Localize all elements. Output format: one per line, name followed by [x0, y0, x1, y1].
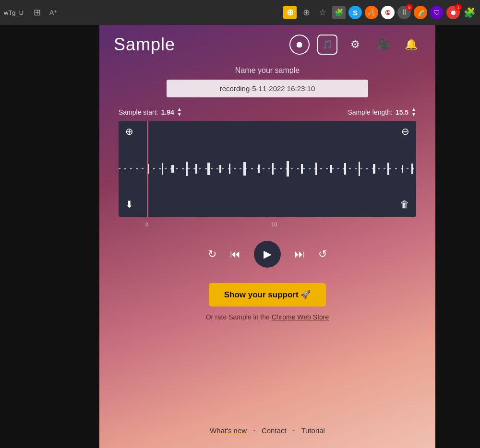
svg-rect-11 [272, 163, 274, 175]
video-icon: 🎥 [377, 38, 390, 51]
star-icon[interactable]: ☆ [316, 6, 329, 19]
spinner-up-icon: ▲ [411, 107, 416, 112]
svg-rect-13 [301, 164, 303, 174]
tab-text: wTg_U [4, 9, 24, 16]
playback-controls: ↻ ⏮ ▶ ⏭ ↺ [208, 241, 327, 268]
sample-start-value: 1.94 [161, 108, 174, 116]
record-icon: ⏺ [295, 40, 304, 50]
rewind-button[interactable]: ↺ [318, 248, 327, 260]
shield-icon[interactable]: 🛡 [430, 6, 444, 19]
bell-button[interactable]: 🔔 [401, 35, 421, 55]
svg-rect-16 [344, 163, 346, 175]
svg-rect-4 [186, 162, 188, 176]
tick-0: 0 [145, 222, 148, 227]
sample-length-group: Sample length: 15.5 ▲ ▼ [348, 107, 416, 117]
svg-rect-14 [315, 163, 317, 175]
delete-icon[interactable]: 🗑 [400, 199, 409, 210]
svg-rect-7 [219, 165, 221, 173]
password-icon[interactable]: ① [381, 6, 395, 19]
skip-back-button[interactable]: ⏮ [230, 248, 240, 260]
zoom-in-icon[interactable]: ⊕ [125, 126, 133, 137]
tick-10: 10 [271, 222, 277, 227]
settings-icon: ⚙ [350, 38, 360, 51]
header-icons: ⏺ 🎵 ⚙ 🎥 🔔 [289, 35, 421, 55]
loop-icon: ↻ [208, 248, 216, 260]
svg-rect-3 [171, 165, 174, 173]
waveform-area[interactable]: ⊕ ⊖ ⬇ 🗑 [119, 121, 416, 217]
left-sidebar [0, 25, 99, 448]
magnify-icon[interactable]: ⊕ [300, 6, 313, 19]
waveform-svg [119, 154, 416, 183]
spinner-down-icon: ▼ [177, 112, 182, 117]
sample-controls-row: Sample start: 1.94 ▲ ▼ Sample length: 15… [119, 107, 416, 117]
svg-rect-9 [243, 162, 246, 176]
add-extension-icon[interactable]: ⊕ [283, 6, 297, 19]
loop-button[interactable]: ↻ [208, 248, 216, 260]
svg-rect-18 [373, 164, 375, 174]
footer-dot-1: • [253, 428, 255, 433]
skip-forward-button[interactable]: ⏭ [294, 248, 305, 260]
app-title: Sample [114, 35, 175, 55]
rewind-icon: ↺ [318, 248, 327, 260]
svg-rect-15 [330, 165, 332, 173]
sample-start-spinner[interactable]: ▲ ▼ [177, 107, 182, 117]
settings-button[interactable]: ⚙ [345, 35, 365, 55]
whats-new-link[interactable]: What's new [210, 426, 247, 435]
grid-apps-icon[interactable]: ⠿ 9 [397, 6, 411, 19]
svg-rect-21 [411, 164, 413, 174]
timeline-axis: 0 10 [119, 218, 416, 227]
play-icon: ▶ [264, 248, 272, 260]
rate-text: Or rate Sample in the [206, 313, 270, 321]
sample-start-label: Sample start: [119, 108, 158, 116]
svg-rect-10 [258, 165, 260, 173]
svg-rect-2 [162, 163, 163, 175]
rainbow-icon[interactable]: 🌈 [414, 6, 427, 19]
download-icon[interactable]: ⬇ [125, 199, 133, 210]
svg-rect-19 [387, 163, 389, 175]
footer-links: What's new • Contact • Tutorial [99, 426, 435, 435]
playhead [147, 121, 148, 217]
sample-length-value: 15.5 [396, 108, 408, 116]
bell-icon: 🔔 [405, 38, 418, 51]
puzzle-icon[interactable]: 🧩 [332, 6, 346, 19]
svg-rect-5 [195, 164, 197, 174]
svg-rect-8 [229, 164, 230, 174]
svg-rect-20 [402, 165, 403, 173]
browser-toolbar: wTg_U ⊞ A⁺ ⊕ ⊕ ☆ 🧩 S 🦂 ① ⠿ 9 🌈 🛡 ⏺ 1 🧩 [0, 0, 480, 25]
play-button[interactable]: ▶ [254, 241, 281, 268]
right-sidebar [435, 25, 480, 448]
sample-length-spinner[interactable]: ▲ ▼ [411, 107, 416, 117]
font-icon[interactable]: A⁺ [47, 6, 60, 19]
chrome-store-link[interactable]: Chrome Web Store [272, 313, 329, 321]
svg-rect-17 [359, 162, 360, 176]
tutorial-link[interactable]: Tutorial [301, 426, 324, 435]
video-button[interactable]: 🎥 [373, 35, 393, 55]
support-button[interactable]: Show your support 🚀 [209, 283, 326, 307]
contact-link[interactable]: Contact [262, 426, 287, 435]
spinner-up-icon: ▲ [177, 107, 182, 112]
sample-name-input[interactable] [167, 80, 368, 97]
zoom-out-icon[interactable]: ⊖ [401, 126, 409, 137]
support-button-label: Show your support 🚀 [224, 290, 311, 300]
skip-forward-icon: ⏭ [294, 248, 305, 260]
extensions-gear-icon[interactable]: 🧩 [463, 6, 476, 19]
record-notification-icon[interactable]: ⏺ 1 [446, 6, 460, 19]
sample-start-group: Sample start: 1.94 ▲ ▼ [119, 107, 182, 117]
svg-rect-12 [287, 161, 289, 177]
record-button[interactable]: ⏺ [289, 35, 310, 55]
scorpion-icon[interactable]: 🦂 [365, 6, 378, 19]
grid-icon[interactable]: ⊞ [30, 6, 44, 19]
svg-rect-6 [207, 163, 210, 175]
library-icon: 🎵 [322, 39, 333, 50]
sample-length-label: Sample length: [348, 108, 392, 116]
skip-back-icon: ⏮ [230, 248, 240, 260]
name-label: Name your sample [235, 66, 300, 75]
name-section: Name your sample [167, 66, 368, 97]
library-button[interactable]: 🎵 [317, 35, 337, 55]
sample-popup: Sample ⏺ 🎵 ⚙ 🎥 🔔 Name your sample Sam [99, 25, 435, 448]
rate-section: Or rate Sample in the Chrome Web Store [206, 313, 329, 321]
footer-dot-2: • [293, 428, 295, 433]
skype-icon[interactable]: S [348, 6, 362, 19]
spinner-down-icon: ▼ [411, 112, 416, 117]
popup-header: Sample ⏺ 🎵 ⚙ 🎥 🔔 [99, 25, 435, 62]
